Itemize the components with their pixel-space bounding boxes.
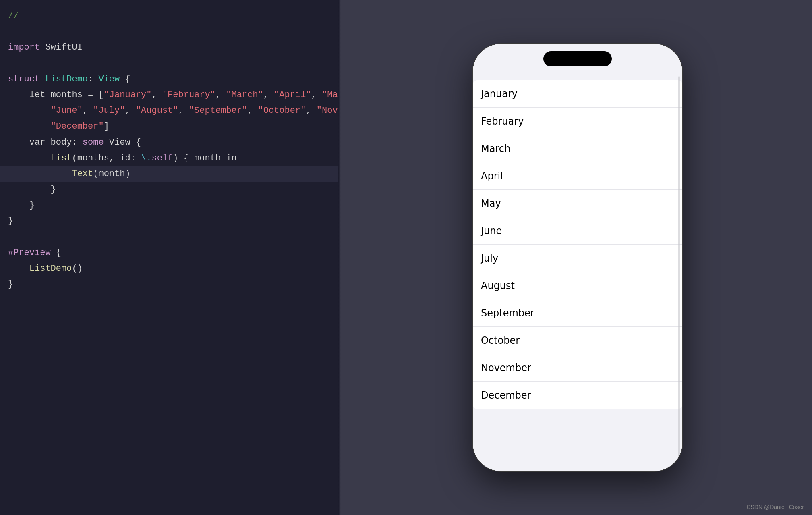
list-item[interactable]: September — [473, 299, 682, 327]
code-line: } — [0, 197, 338, 213]
code-line: #Preview { — [0, 245, 338, 261]
code-line: "December"] — [0, 118, 338, 134]
list-item[interactable]: January — [473, 80, 682, 108]
preview-panel: JanuaryFebruaryMarchAprilMayJuneJulyAugu… — [343, 0, 812, 515]
month-list[interactable]: JanuaryFebruaryMarchAprilMayJuneJulyAugu… — [473, 80, 682, 409]
code-line — [0, 56, 338, 71]
panel-divider — [338, 0, 343, 515]
phone-screen: JanuaryFebruaryMarchAprilMayJuneJulyAugu… — [473, 44, 682, 471]
code-line: Text(month) — [0, 166, 338, 182]
phone-frame: JanuaryFebruaryMarchAprilMayJuneJulyAugu… — [473, 44, 682, 471]
code-line: let months = ["January", "February", "Ma… — [0, 87, 338, 103]
dynamic-island — [543, 51, 612, 66]
list-item[interactable]: August — [473, 272, 682, 299]
code-line: struct ListDemo: View { — [0, 71, 338, 87]
list-item[interactable]: February — [473, 108, 682, 135]
code-line: "June", "July", "August", "September", "… — [0, 103, 338, 118]
code-editor: // import SwiftUI struct ListDemo: View … — [0, 0, 338, 515]
code-line: var body: some View { — [0, 135, 338, 150]
code-line — [0, 229, 338, 245]
code-line: } — [0, 182, 338, 197]
list-item[interactable]: July — [473, 245, 682, 272]
list-item[interactable]: April — [473, 162, 682, 190]
code-line: ListDemo() — [0, 261, 338, 276]
code-line: List(months, id: \.self) { month in — [0, 150, 338, 166]
scrollbar[interactable] — [678, 76, 680, 463]
code-line: // — [0, 8, 338, 24]
code-line — [0, 24, 338, 39]
list-item[interactable]: October — [473, 327, 682, 354]
list-item[interactable]: March — [473, 135, 682, 162]
code-line: } — [0, 213, 338, 229]
list-item[interactable]: December — [473, 382, 682, 409]
list-item[interactable]: May — [473, 190, 682, 217]
list-item[interactable]: June — [473, 217, 682, 245]
phone-content[interactable]: JanuaryFebruaryMarchAprilMayJuneJulyAugu… — [473, 44, 682, 471]
code-line: } — [0, 276, 338, 292]
attribution-text: CSDN @Daniel_Coser — [746, 504, 804, 510]
list-item[interactable]: November — [473, 354, 682, 382]
code-line: import SwiftUI — [0, 39, 338, 55]
